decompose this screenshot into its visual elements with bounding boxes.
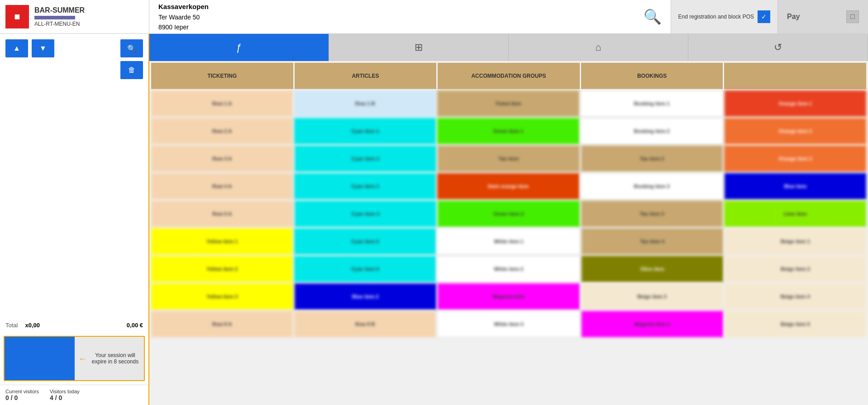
total-qty: x0,00 (25, 322, 40, 329)
cell-2-5[interactable]: Orange item 2 (725, 118, 866, 144)
cell-1-5[interactable]: Orange item 1 (725, 90, 866, 117)
session-message: Your session will expire in 8 seconds (90, 352, 140, 365)
cell-7-3[interactable]: White item 2 (437, 256, 580, 282)
col-header-accommodation: ACCOMMODATION GROUPS (438, 63, 580, 89)
grid-row-7: Yellow item 2 Cyan item 6 White item 2 O… (151, 256, 866, 282)
cell-9-2[interactable]: Row 9 B (294, 311, 436, 337)
cell-2-4[interactable]: Booking item 2 (581, 118, 723, 144)
cell-8-5[interactable]: Beige item 4 (724, 283, 866, 310)
cell-8-3[interactable]: Magenta item (438, 283, 580, 310)
cell-7-5[interactable]: Beige item 2 (725, 256, 866, 282)
cell-8-2[interactable]: Blue item 2 (295, 283, 437, 310)
cell-5-1[interactable]: Row 5 A (151, 201, 293, 227)
total-label: Total (5, 322, 18, 329)
col-header-bookings: BOOKINGS (581, 63, 723, 89)
cell-5-2[interactable]: Cyan item 4 (295, 201, 437, 227)
cell-3-1[interactable]: Row 3 A (151, 146, 293, 172)
cell-2-1[interactable]: Row 2 A (151, 118, 293, 144)
confirm-button[interactable]: ✓ (758, 10, 770, 23)
app-subtitle: ALL-RT-MENU-EN (34, 21, 85, 27)
store-address: Ter Waarde 50 (158, 12, 209, 22)
search-sidebar-icon: 🔍 (127, 44, 136, 53)
cell-5-5[interactable]: Lime item (724, 201, 866, 227)
arrow-up-icon: ▲ (13, 44, 20, 52)
cell-1-4[interactable]: Booking item 1 (581, 90, 723, 117)
cell-5-3[interactable]: Green item 2 (438, 201, 580, 227)
col-header-articles: ARTICLES (295, 63, 437, 89)
cell-6-5[interactable]: Beige item 1 (725, 228, 866, 254)
cell-1-1[interactable]: Row 1 A (151, 90, 293, 117)
today-visitors-count: 4 / 0 (50, 394, 80, 401)
cell-2-2[interactable]: Cyan item 1 (294, 118, 436, 144)
current-visitors-block: Current visitors 0 / 0 (5, 389, 39, 401)
store-info: Kassaverkopen Ter Waarde 50 8900 Ieper (149, 0, 634, 33)
app-title: BAR-SUMMER (34, 6, 85, 14)
scroll-down-button[interactable]: ▼ (32, 39, 54, 57)
grid-row-6: Yellow item 1 Cyan item 5 White item 1 T… (151, 228, 866, 254)
cell-4-5[interactable]: Blue item (725, 173, 866, 199)
pay-label: Pay (787, 13, 800, 21)
cell-9-5[interactable]: Beige item 5 (725, 311, 866, 337)
cell-5-4[interactable]: Tan item 3 (581, 201, 723, 227)
check-icon: ✓ (761, 13, 767, 20)
cell-2-3[interactable]: Green item 1 (437, 118, 579, 144)
tab-refresh[interactable]: ↺ (688, 34, 868, 61)
col-header-extra (724, 63, 866, 89)
tab-table[interactable]: ⊞ (329, 34, 509, 61)
col-header-ticketing: TICKETING (151, 63, 293, 89)
cell-6-4[interactable]: Tan item 4 (582, 228, 723, 254)
store-name: Kassaverkopen (158, 1, 209, 12)
cell-7-4[interactable]: Olive item (582, 256, 723, 282)
grid-row-5: Row 5 A Cyan item 4 Green item 2 Tan ite… (151, 201, 866, 227)
trash-icon: 🗑 (128, 66, 135, 74)
total-price: 0,00 € (127, 322, 143, 329)
cell-6-3[interactable]: White item 1 (437, 228, 580, 254)
home-icon: ⌂ (595, 42, 601, 53)
cell-6-2[interactable]: Cyan item 5 (294, 228, 436, 254)
trash-button[interactable]: 🗑 (120, 61, 143, 79)
search-sidebar-button[interactable]: 🔍 (120, 39, 143, 57)
sidebar-buttons: ▲ ▼ 🔍 🗑 (0, 34, 148, 85)
cell-9-1[interactable]: Row 9 A (151, 311, 293, 337)
current-visitors-count: 0 / 0 (5, 394, 39, 401)
cell-3-2[interactable]: Cyan item 2 (295, 146, 437, 172)
cell-8-4[interactable]: Beige item 3 (581, 283, 723, 310)
scroll-up-button[interactable]: ▲ (5, 39, 28, 57)
cell-9-4[interactable]: Magenta item 2 (582, 311, 723, 337)
search-button[interactable]: 🔍 (644, 8, 662, 25)
pay-area[interactable]: Pay □ (777, 0, 868, 33)
arrow-left-icon: ← (78, 353, 87, 364)
left-sidebar: ▲ ▼ 🔍 🗑 Total x0,00 0,00 € (0, 34, 149, 405)
cell-4-3[interactable]: Dark orange item (437, 173, 579, 199)
sidebar-total: Total x0,00 0,00 € (0, 318, 148, 332)
session-gray-panel: ← Your session will expire in 8 seconds (75, 337, 144, 380)
grid-row-8: Yellow item 3 Blue item 2 Magenta item B… (151, 283, 866, 310)
store-info-text: Kassaverkopen Ter Waarde 50 8900 Ieper (158, 1, 209, 33)
cell-3-4[interactable]: Tan item 2 (581, 146, 723, 172)
tab-home[interactable]: ⌂ (509, 34, 688, 61)
top-header: ■ BAR-SUMMER ALL-RT-MENU-EN Kassaverkope… (0, 0, 868, 34)
cell-7-1[interactable]: Yellow item 2 (151, 256, 293, 282)
cell-1-2[interactable]: Row 1 B (294, 90, 436, 117)
cell-7-2[interactable]: Cyan item 6 (294, 256, 436, 282)
cell-4-1[interactable]: Row 4 A (151, 173, 293, 199)
cell-4-4[interactable]: Booking item 3 (581, 173, 723, 199)
refresh-icon: ↺ (774, 42, 782, 53)
nav-tabs: ƒ ⊞ ⌂ ↺ (149, 34, 868, 61)
cell-3-5[interactable]: Orange item 3 (724, 146, 866, 172)
tab-function[interactable]: ƒ (149, 34, 329, 61)
cell-6-1[interactable]: Yellow item 1 (151, 228, 293, 254)
content-area: ƒ ⊞ ⌂ ↺ TICKETING ARTICLES ACCOMMODATION… (149, 34, 868, 405)
product-grid: TICKETING ARTICLES ACCOMMODATION GROUPS … (149, 61, 868, 405)
cell-8-1[interactable]: Yellow item 3 (151, 283, 293, 310)
visitors-section: Current visitors 0 / 0 Visitors today 4 … (0, 385, 148, 405)
today-visitors-block: Visitors today 4 / 0 (50, 389, 80, 401)
cell-1-3[interactable]: Ticket item (437, 90, 579, 117)
search-area[interactable]: 🔍 (634, 0, 671, 33)
cell-4-2[interactable]: Cyan item 3 (294, 173, 436, 199)
cell-3-3[interactable]: Tan item (438, 146, 580, 172)
cell-9-3[interactable]: White item 3 (437, 311, 580, 337)
store-city: 8900 Ieper (158, 22, 209, 32)
pay-icon: □ (846, 10, 859, 23)
search-icon: 🔍 (644, 9, 662, 25)
